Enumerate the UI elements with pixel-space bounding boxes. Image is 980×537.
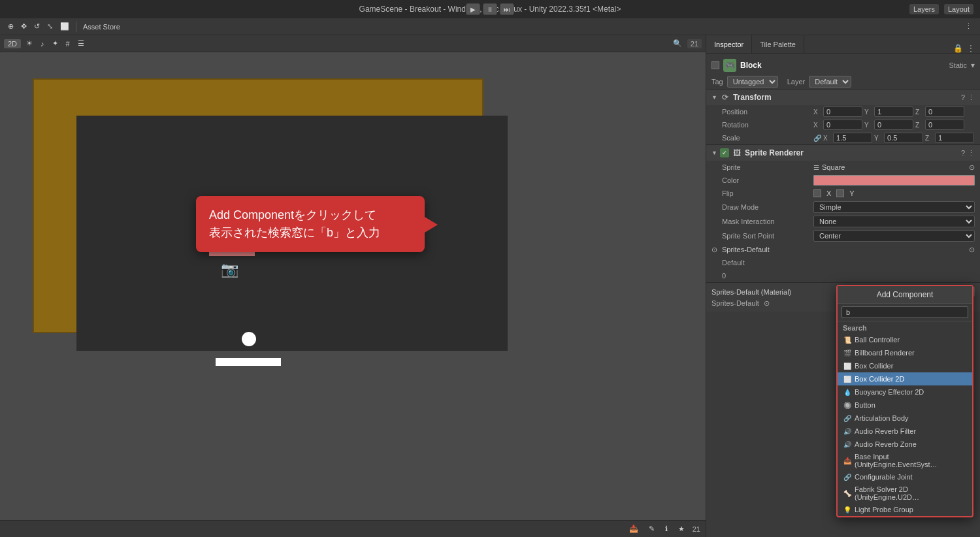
pos-z-label: Z <box>915 108 923 116</box>
material-icon: ⊙ <box>711 246 722 254</box>
rotate-tool[interactable]: ↺ <box>31 21 42 32</box>
sorting-layer-label: Default <box>722 259 813 267</box>
rotation-z-input[interactable] <box>925 120 964 130</box>
add-component-item[interactable]: 🔊Audio Reverb Zone <box>838 438 972 451</box>
tag-dropdown[interactable]: Untagged <box>727 76 778 88</box>
mask-interaction-label: Mask Interaction <box>722 218 813 225</box>
top-right-controls: Layers Layout <box>909 4 973 14</box>
pause-button[interactable]: ⏸ <box>483 3 497 15</box>
scene-search[interactable]: 🔍 <box>670 38 685 49</box>
scene-info-icon[interactable]: ℹ <box>662 523 670 534</box>
add-component-item[interactable]: 🔗Articulation Body <box>838 412 972 425</box>
flip-y-checkbox[interactable] <box>836 189 844 197</box>
add-component-item[interactable]: 🔊Audio Reverb Filter <box>838 425 972 438</box>
play-controls: ▶ ⏸ ⏭ <box>466 3 514 15</box>
sprites-default-select[interactable]: ⊙ <box>764 299 770 307</box>
flip-x-checkbox[interactable] <box>813 189 821 197</box>
hand-tool[interactable]: ✥ <box>18 21 29 32</box>
scene-grid-toggle[interactable]: # <box>63 39 73 49</box>
main-layout: 2D ☀ ♪ ✦ # ☰ 🔍 21 📷 <box>0 35 980 537</box>
item-icon: 🔊 <box>843 440 852 449</box>
scene-star-icon[interactable]: ★ <box>676 523 687 534</box>
layout-button[interactable]: Layout <box>944 4 973 14</box>
color-swatch[interactable] <box>813 175 975 186</box>
tab-tile-palette[interactable]: Tile Palette <box>752 35 804 53</box>
lock-icon[interactable]: 🔒 <box>953 44 963 53</box>
transform-menu[interactable]: ⋮ <box>968 93 975 102</box>
scene-save-icon[interactable]: 📥 <box>627 523 641 534</box>
rect-tool[interactable]: ⬜ <box>57 21 72 32</box>
scene-effects-toggle[interactable]: ✦ <box>50 38 61 49</box>
scene-lighting-toggle[interactable]: ☀ <box>24 38 35 49</box>
gameobject-header: 🎮 Block Static ▾ <box>706 56 980 74</box>
draw-mode-select[interactable]: Simple <box>813 201 975 213</box>
scale-row: Scale 🔗 X Y Z <box>706 131 980 144</box>
item-icon: 📥 <box>843 456 852 465</box>
draw-mode-row: Draw Mode Simple <box>706 200 980 214</box>
sprite-renderer-menu[interactable]: ⋮ <box>968 149 975 157</box>
play-button[interactable]: ▶ <box>466 3 480 15</box>
tab-inspector[interactable]: Inspector <box>706 35 752 53</box>
toolbar-row: ⊕ ✥ ↺ ⤡ ⬜ Asset Store ⋮ <box>0 18 980 35</box>
move-tool[interactable]: ⊕ <box>5 21 16 32</box>
step-button[interactable]: ⏭ <box>500 3 514 15</box>
item-icon: ⬜ <box>843 361 852 370</box>
scale-y-input[interactable] <box>884 133 923 143</box>
add-component-item[interactable]: 🦴Fabrik Solver 2D (UnityEngine.U2D… <box>838 483 972 503</box>
sprite-select-button[interactable]: ⊙ <box>969 163 975 172</box>
transform-help[interactable]: ? <box>961 93 965 102</box>
position-z-input[interactable] <box>925 106 964 117</box>
sort-point-select[interactable]: Center <box>813 230 975 242</box>
rotation-x-input[interactable] <box>823 120 862 130</box>
scale-value: 🔗 X Y Z <box>813 133 975 143</box>
mask-select[interactable]: None <box>813 216 975 227</box>
draw-mode-label: Draw Mode <box>722 203 813 211</box>
item-icon: 💡 <box>843 505 852 514</box>
add-component-item[interactable]: 🎬Billboard Renderer <box>838 346 972 359</box>
add-component-search-input[interactable] <box>841 306 968 318</box>
material-section-name: Sprites-Default (Material) <box>711 288 791 296</box>
add-component-item[interactable]: 📜Ball Controller <box>838 333 972 346</box>
add-component-item[interactable]: 💧Buoyancy Effector 2D <box>838 385 972 399</box>
rotation-value: X Y Z <box>813 120 975 130</box>
add-component-item[interactable]: 🔘Button <box>838 399 972 412</box>
sprite-renderer-help[interactable]: ? <box>961 149 965 157</box>
item-icon: 🎬 <box>843 348 852 357</box>
position-y-input[interactable] <box>874 106 913 117</box>
scene-gizmos-toggle[interactable]: ☰ <box>75 38 87 49</box>
sprite-renderer-title: Sprite Renderer <box>745 148 804 157</box>
scale-tool[interactable]: ⤡ <box>44 21 56 32</box>
position-x-input[interactable] <box>823 106 862 117</box>
inspector-panel: Inspector Tile Palette 🔒 ⋮ 🎮 Block Stati… <box>706 35 980 537</box>
gameobject-active-checkbox[interactable] <box>711 61 719 69</box>
static-dropdown[interactable]: ▾ <box>971 61 975 70</box>
more-icon[interactable]: ⋮ <box>967 44 975 53</box>
popup-search-area <box>838 304 972 321</box>
asset-store-label[interactable]: Asset Store <box>80 22 123 32</box>
sprites-default-label: Sprites-Default <box>711 299 759 307</box>
sprite-renderer-section-header[interactable]: ▼ ✔ 🖼 Sprite Renderer ? ⋮ <box>706 144 980 161</box>
transform-section-header[interactable]: ▼ ⟳ Transform ? ⋮ <box>706 89 980 105</box>
more-options[interactable]: ⋮ <box>962 21 975 32</box>
scale-x-input[interactable] <box>833 133 872 143</box>
gameobject-icon: 🎮 <box>723 59 736 72</box>
scale-lock-icon: 🔗 <box>813 135 821 142</box>
layers-button[interactable]: Layers <box>909 4 939 14</box>
add-component-item[interactable]: ⬜Box Collider 2D <box>838 372 972 385</box>
gameobject-name[interactable]: Block <box>740 61 762 70</box>
scene-audio-toggle[interactable]: ♪ <box>38 39 47 49</box>
sort-point-value: Center <box>813 230 975 242</box>
layer-dropdown[interactable]: Default <box>809 76 851 88</box>
2d-mode-button[interactable]: 2D <box>4 39 21 48</box>
sprite-name: Square <box>822 163 966 171</box>
scene-viewport[interactable]: 📷 Add Componentをクリックして 表示された検索窓に「b」と入力 <box>0 52 706 520</box>
material-select-button[interactable]: ⊙ <box>969 246 975 254</box>
add-component-item[interactable]: 📥Base Input (UnityEngine.EventSyst… <box>838 451 972 470</box>
add-component-item[interactable]: 🔗Configurable Joint <box>838 470 972 483</box>
add-component-item[interactable]: ⬜Box Collider <box>838 359 972 372</box>
add-component-item[interactable]: 💡Light Probe Group <box>838 503 972 516</box>
scale-z-input[interactable] <box>935 133 974 143</box>
rotation-y-input[interactable] <box>874 120 913 130</box>
sorting-layer-row: Default <box>706 256 980 269</box>
scene-history-icon[interactable]: ✎ <box>646 523 657 534</box>
